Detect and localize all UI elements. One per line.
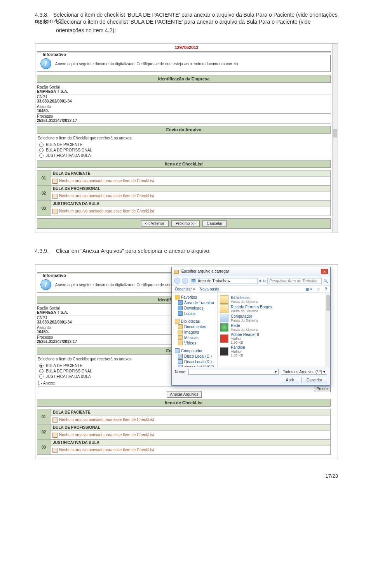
sidebar-item[interactable]: sinpas (\\ANVSSI	[184, 365, 214, 367]
search-icon[interactable]: 🔍	[323, 279, 328, 283]
checklist-items-table: 01 BULA DE PACIENTE Nenhum arquivo anexa…	[37, 170, 331, 216]
folder-icon	[178, 335, 183, 340]
info-icon: i	[40, 58, 51, 69]
list-item[interactable]: Ricardo Ferreira BorgesPasta do Sistema	[220, 304, 328, 313]
scrollbar-vertical[interactable]	[326, 293, 330, 367]
list-item[interactable]: ComputadorPasta do Sistema	[220, 314, 328, 322]
item-name: Bibliotecas	[231, 296, 258, 300]
procurar-button[interactable]: Procur	[314, 386, 331, 392]
computer-icon	[175, 348, 180, 353]
nova-pasta-button[interactable]: Nova pasta	[200, 287, 220, 291]
radio-bula-paciente[interactable]: BULA DE PACIENTE	[39, 143, 331, 147]
informativo-fieldset: Informativo i Anexe aqui o seguinte docu…	[37, 55, 331, 72]
radio-icon[interactable]	[39, 364, 44, 368]
list-item[interactable]: BibliotecasPasta do Sistema	[220, 295, 328, 304]
scrollbar-thumb[interactable]	[326, 295, 330, 311]
pdf-icon	[220, 334, 228, 343]
processo-value: 25351.012347/2012-17	[37, 118, 331, 123]
radio-icon[interactable]	[39, 143, 44, 147]
preview-pane-icon[interactable]: ▭	[317, 287, 320, 291]
panel-strip-top	[37, 51, 331, 52]
sec1-italic: checklist	[104, 12, 125, 18]
envio-panel: Envio do Arquivo	[37, 126, 331, 134]
radio-icon[interactable]	[39, 153, 44, 158]
computer-icon	[220, 314, 228, 322]
nav-back-icon[interactable]	[174, 278, 180, 284]
app-icon	[220, 347, 228, 356]
folder-icon	[178, 330, 183, 334]
dialog-sidebar: Favoritos Área de Trabalho Downloads Loc…	[172, 293, 218, 367]
itens-checklist-panel: Itens de CheckList	[37, 399, 331, 407]
table-row: 01 BULA DE PACIENTE Nenhum arquivo anexa…	[37, 409, 331, 424]
sidebar-item[interactable]: Vídeos	[184, 341, 196, 345]
desktop-icon	[192, 279, 195, 282]
proximo-button[interactable]: Próximo >>	[171, 220, 200, 227]
row-msg-3: Nenhum arquivo anexado para esse Item de…	[51, 446, 330, 454]
folder-open-icon	[174, 270, 179, 274]
sidebar-item[interactable]: Disco Local (C:)	[184, 354, 212, 358]
sidebar-item[interactable]: Locais	[184, 311, 195, 316]
razao-value: EMPRESA T S.A.	[37, 89, 331, 94]
row-msg-1: Nenhum arquivo anexado para esse Item de…	[51, 416, 330, 424]
filetype-filter[interactable]: Todos os Arquivos (*.*) ▾	[281, 369, 327, 375]
item-type: Pasta do Sistema	[231, 318, 258, 322]
network-drive-icon	[178, 365, 183, 367]
radio-label-1: BULA DE PACIENTE	[46, 364, 82, 368]
row-msg-1: Nenhum arquivo anexado para esse Item de…	[51, 177, 330, 185]
sidebar-item[interactable]: Disco Local (D:)	[184, 360, 212, 364]
info-icon: i	[40, 279, 51, 290]
row-num-1: 01	[37, 409, 51, 424]
cnpj-value: 33.683.202/0001-34	[37, 99, 331, 103]
cancelar-button[interactable]: Cancelar	[302, 377, 327, 383]
list-item[interactable]: Adobe Reader 9Atalho1.93 KB	[220, 332, 328, 344]
row-header-1: BULA DE PACIENTE	[51, 409, 330, 416]
path-box[interactable]: Área de Trabalho ▸	[190, 278, 258, 284]
checklist-select-block: Selecione o item do Checklist que recebe…	[38, 136, 331, 158]
radio-bula-profissional[interactable]: BULA DE PROFISSIONAL	[39, 148, 331, 152]
item-type: Atalho	[231, 337, 241, 341]
row-num-2: 02	[37, 186, 51, 200]
filename-input[interactable]: ▾	[188, 369, 279, 375]
view-icons-button[interactable]: ▦ ▾	[305, 287, 312, 291]
organize-menu[interactable]: Organizar ▾	[175, 287, 195, 291]
itens-checklist-panel: Itens de CheckList	[37, 160, 331, 168]
search-input[interactable]: Pesquisar Área de Trabalho	[267, 278, 322, 284]
sidebar-item[interactable]: Downloads	[184, 306, 203, 310]
page-number: 17/23	[35, 473, 338, 479]
sidebar-computador[interactable]: Computador	[181, 349, 202, 353]
item-name: Rede	[231, 324, 258, 328]
empresa-details: Razão Social EMPRESA T S.A. CNPJ 33.683.…	[37, 85, 331, 124]
table-row: 01 BULA DE PACIENTE Nenhum arquivo anexa…	[37, 170, 331, 186]
anexar-arquivos-button[interactable]: Anexar Arquivos	[167, 391, 202, 398]
sidebar-item[interactable]: Documentos	[184, 325, 206, 329]
row-num-2: 02	[37, 424, 51, 439]
radio-icon[interactable]	[39, 369, 44, 373]
anterior-button[interactable]: << Anterior	[141, 220, 169, 227]
scrollbar-thumb[interactable]	[333, 129, 337, 137]
abrir-button[interactable]: Abrir	[281, 377, 299, 383]
radio-justificativa[interactable]: JUSTIFICATIVA DA BULA	[39, 153, 331, 158]
razao-label: Razão Social	[37, 85, 331, 89]
file-open-dialog: Escolher arquivo a carregar × Área de Tr…	[171, 267, 331, 386]
nav-fwd-icon[interactable]	[182, 278, 188, 284]
close-icon[interactable]: ×	[321, 269, 328, 274]
scrollbar-vertical[interactable]	[332, 43, 338, 233]
downloads-icon	[178, 306, 183, 310]
sidebar-favoritos[interactable]: Favoritos	[181, 295, 197, 299]
help-icon[interactable]: ?	[325, 287, 327, 291]
cancelar-button[interactable]: Cancelar	[202, 220, 227, 227]
item-type: Pasta do Sistema	[231, 309, 272, 313]
item-type: Atalho	[231, 350, 241, 353]
radio-icon[interactable]	[39, 148, 44, 152]
sidebar-item[interactable]: Músicas	[184, 336, 199, 340]
informativo-legend: Informativo	[41, 52, 68, 57]
sidebar-item[interactable]: Imagens	[184, 330, 199, 334]
list-item[interactable]: RedePasta do Sistema	[220, 323, 328, 332]
list-item[interactable]: PandionAtalho1.07 KB	[220, 345, 328, 357]
sidebar-item[interactable]: Área de Trabalho	[184, 301, 214, 305]
radio-icon[interactable]	[39, 374, 44, 379]
network-icon	[220, 323, 228, 332]
processo-label: Processo	[37, 114, 331, 118]
sidebar-bibliotecas[interactable]: Bibliotecas	[181, 319, 200, 324]
envio-title: Envio do Arquivo	[37, 126, 330, 133]
